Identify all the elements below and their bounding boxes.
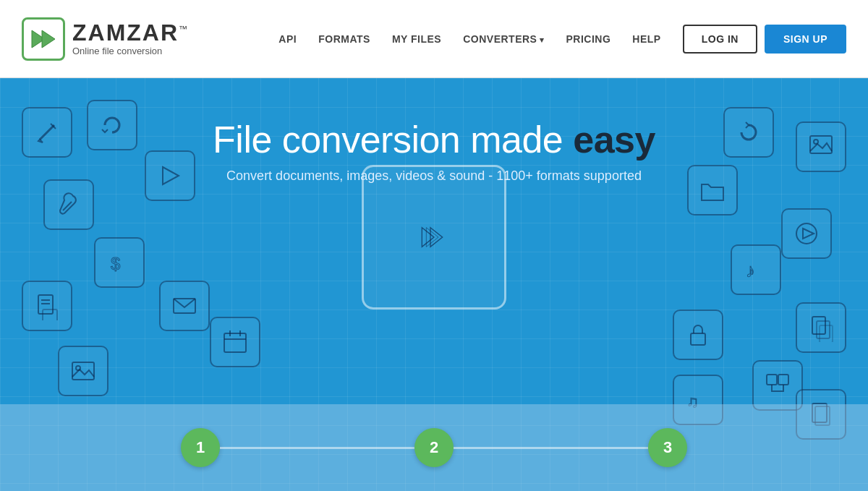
nav-formats[interactable]: FORMATS <box>318 33 370 45</box>
nav-help[interactable]: HELP <box>632 33 660 45</box>
nav-api[interactable]: API <box>278 33 297 45</box>
site-header: ZAMZAR™ Online file conversion API FORMA… <box>0 0 868 78</box>
step-line-1 <box>220 447 414 449</box>
svg-rect-21 <box>691 333 705 345</box>
nav-my-files[interactable]: MY FILES <box>392 33 441 45</box>
sketch-icon-music: ♪ <box>731 244 781 295</box>
svg-marker-28 <box>430 228 443 247</box>
logo-area: ZAMZAR™ Online file conversion <box>22 17 189 61</box>
sketch-icon-lock <box>673 309 723 360</box>
svg-rect-11 <box>72 362 94 380</box>
svg-text:$: $ <box>111 254 120 273</box>
logo-name: ZAMZAR™ <box>72 21 189 44</box>
nav-pricing[interactable]: PRICING <box>566 33 611 45</box>
login-button[interactable]: LOG IN <box>683 25 757 54</box>
signup-button[interactable]: SIGN UP <box>765 25 846 54</box>
svg-rect-7 <box>43 309 57 320</box>
sketch-icon-wrench <box>43 179 94 230</box>
center-logo-box <box>362 165 506 309</box>
logo-tagline: Online file conversion <box>72 46 189 56</box>
logo-icon[interactable] <box>22 17 65 61</box>
sketch-icon-docs <box>22 281 72 331</box>
svg-marker-27 <box>422 228 434 247</box>
step-3: 3 <box>648 428 687 467</box>
steps-bar: 1 2 3 <box>0 404 868 491</box>
svg-marker-16 <box>803 229 814 239</box>
sketch-icon-docs-right <box>796 302 846 353</box>
sketch-icon-calendar <box>210 317 260 367</box>
sketch-icon-email <box>159 281 210 331</box>
nav-converters[interactable]: CONVERTERS <box>463 33 544 45</box>
hero-content: File conversion made easy Convert docume… <box>0 78 868 184</box>
logo-text: ZAMZAR™ Online file conversion <box>72 21 189 56</box>
svg-rect-19 <box>817 321 830 338</box>
sketch-icon-image <box>58 346 109 396</box>
step-line-2 <box>454 447 648 449</box>
sketch-icon-dollar: $ <box>94 237 145 288</box>
svg-rect-23 <box>778 375 788 385</box>
svg-marker-29 <box>426 228 438 247</box>
hero-section: $ ♪ <box>0 78 868 491</box>
step-2: 2 <box>414 428 454 467</box>
svg-marker-1 <box>42 30 55 48</box>
main-nav: API FORMATS MY FILES CONVERTERS PRICING … <box>278 33 660 45</box>
svg-rect-30 <box>224 333 246 352</box>
steps-track: 1 2 3 <box>181 428 687 467</box>
svg-text:♪: ♪ <box>746 260 755 281</box>
svg-rect-22 <box>767 375 777 385</box>
hero-subtitle: Convert documents, images, videos & soun… <box>0 168 868 184</box>
step-1: 1 <box>181 428 220 467</box>
sketch-icon-play-circle <box>781 208 832 259</box>
header-buttons: LOG IN SIGN UP <box>683 25 846 54</box>
hero-title: File conversion made easy <box>0 118 868 161</box>
